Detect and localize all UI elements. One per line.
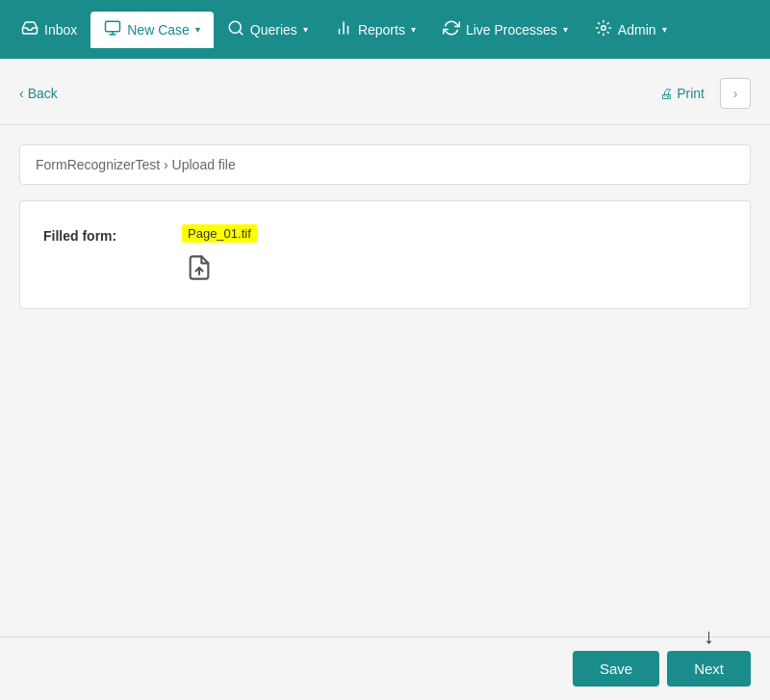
- nav-reports-label: Reports: [358, 22, 405, 38]
- nav-live-processes-label: Live Processes: [466, 22, 557, 38]
- form-card: Filled form: Page_01.tif: [19, 200, 751, 309]
- svg-point-8: [602, 25, 606, 30]
- nav-item-new-case[interactable]: New Case ▾: [90, 12, 214, 48]
- breadcrumb-path: FormRecognizerTest › Upload file: [36, 157, 236, 172]
- navbar: Inbox New Case ▾ Queries ▾ Reports ▾ Liv…: [0, 0, 770, 59]
- upload-file-button[interactable]: [182, 250, 217, 285]
- svg-line-4: [239, 31, 242, 34]
- breadcrumb: FormRecognizerTest › Upload file: [19, 144, 751, 185]
- live-processes-icon: [443, 19, 460, 40]
- back-label: Back: [28, 86, 58, 101]
- back-chevron-icon: ‹: [19, 86, 24, 101]
- queries-caret: ▾: [303, 24, 308, 35]
- down-arrow-indicator: ↓: [704, 624, 714, 649]
- nav-new-case-label: New Case: [127, 22, 190, 38]
- save-label: Save: [600, 661, 632, 677]
- print-icon: 🖨: [659, 86, 673, 101]
- form-row: Filled form: Page_01.tif: [43, 224, 727, 285]
- topbar-right: 🖨 Print ›: [659, 78, 751, 109]
- content-area: FormRecognizerTest › Upload file Filled …: [0, 125, 770, 636]
- nav-queries-label: Queries: [250, 22, 297, 38]
- bottombar: Save ↓ Next: [0, 636, 770, 700]
- reports-caret: ▾: [411, 24, 416, 35]
- chevron-right-icon: ›: [733, 86, 738, 101]
- upload-icon: [186, 254, 213, 281]
- live-processes-caret: ▾: [563, 24, 568, 35]
- next-arrow-button[interactable]: ›: [720, 78, 751, 109]
- next-button[interactable]: ↓ Next: [667, 651, 751, 687]
- new-case-caret: ▾: [195, 24, 200, 35]
- print-label: Print: [677, 86, 705, 101]
- nav-inbox-label: Inbox: [44, 22, 77, 38]
- next-label: Next: [694, 661, 724, 677]
- nav-admin-label: Admin: [618, 22, 656, 38]
- nav-item-admin[interactable]: Admin ▾: [581, 12, 680, 48]
- inbox-icon: [21, 19, 38, 40]
- reports-icon: [335, 19, 352, 40]
- nav-item-inbox[interactable]: Inbox: [8, 12, 90, 48]
- svg-rect-0: [106, 21, 120, 32]
- back-link[interactable]: ‹ Back: [19, 86, 58, 101]
- queries-icon: [227, 19, 244, 40]
- admin-caret: ▾: [662, 24, 667, 35]
- admin-icon: [595, 19, 612, 40]
- form-label: Filled form:: [43, 224, 159, 244]
- main-content: ‹ Back 🖨 Print › FormRecognizerTest › Up…: [0, 59, 770, 700]
- nav-item-queries[interactable]: Queries ▾: [214, 12, 321, 48]
- file-upload-area: Page_01.tif: [182, 224, 257, 285]
- file-badge: Page_01.tif: [182, 224, 257, 243]
- nav-item-live-processes[interactable]: Live Processes ▾: [429, 12, 581, 48]
- new-case-icon: [104, 19, 121, 40]
- topbar: ‹ Back 🖨 Print ›: [0, 59, 770, 125]
- save-button[interactable]: Save: [573, 651, 659, 687]
- nav-item-reports[interactable]: Reports ▾: [321, 12, 429, 48]
- print-button[interactable]: 🖨 Print: [659, 86, 705, 101]
